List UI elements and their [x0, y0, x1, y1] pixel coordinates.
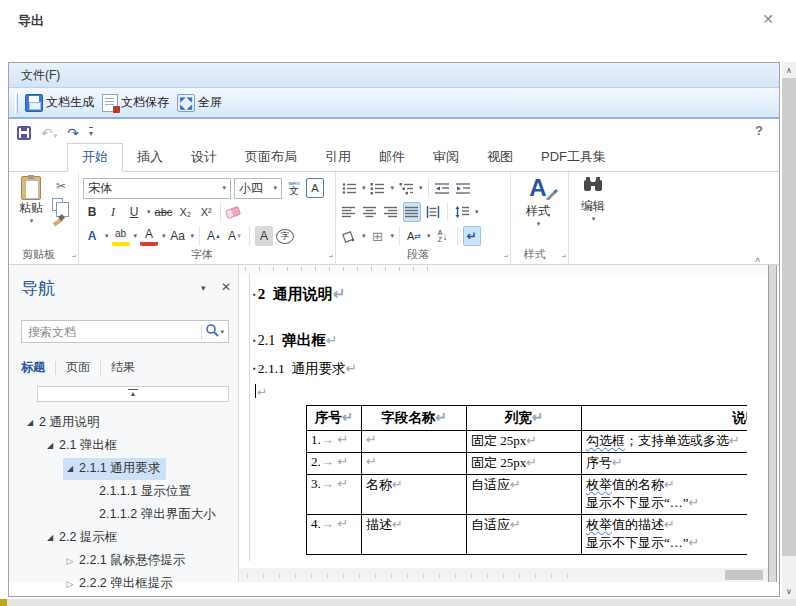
nav-pane-close-icon[interactable]: ✕: [221, 280, 231, 294]
nav-tree-item-5[interactable]: ◢2.2 提示框: [9, 526, 238, 549]
shading-icon[interactable]: [340, 226, 358, 246]
numbering-icon[interactable]: [369, 178, 387, 198]
cut-icon[interactable]: ✂: [52, 176, 70, 196]
nav-tree-item-0[interactable]: ◢2 通用说明: [9, 411, 238, 434]
nav-tab-2[interactable]: 结果: [101, 357, 145, 378]
format-painter-icon[interactable]: [52, 213, 65, 226]
nav-tree-item-4[interactable]: 2.1.1.2 弹出界面大小: [9, 503, 238, 526]
tree-expanded-icon[interactable]: ◢: [23, 418, 37, 427]
redo-icon[interactable]: ↷: [67, 126, 79, 140]
align-center-icon[interactable]: [361, 202, 379, 222]
enclose-characters-icon[interactable]: 字: [276, 229, 294, 244]
asian-layout-icon[interactable]: A⇄: [405, 226, 423, 246]
document-area[interactable]: ▪2 通用说明↵ ▪2.1 弹出框↵ ▪2.1.1 通用要求↵ ↵ 序号↵字段名…: [239, 265, 779, 582]
horizontal-scrollbar-thumb[interactable]: [725, 570, 763, 580]
tree-expanded-icon[interactable]: ◢: [43, 533, 57, 542]
underline-dropdown-icon[interactable]: ▾: [147, 208, 151, 216]
align-left-icon[interactable]: [340, 202, 358, 222]
align-right-icon[interactable]: [382, 202, 400, 222]
sort-icon[interactable]: AZ ↓: [434, 226, 452, 246]
close-icon[interactable]: ✕: [758, 9, 778, 29]
undo-icon[interactable]: ↶▾: [41, 126, 57, 140]
paragraph-dialog-launcher-icon[interactable]: ⌐: [499, 252, 508, 261]
bullets-icon[interactable]: [340, 178, 358, 198]
nav-tab-0[interactable]: 标题: [21, 357, 55, 378]
editing-button[interactable]: 编辑 ▾: [573, 176, 613, 223]
nav-tree-item-3[interactable]: 2.1.1.1 显示位置: [9, 480, 238, 503]
clipboard-dialog-launcher-icon[interactable]: ⌐: [67, 252, 76, 261]
font-color-button[interactable]: A: [140, 226, 158, 246]
nav-tree-item-1[interactable]: ◢2.1 弹出框: [9, 434, 238, 457]
dialog-vertical-scrollbar[interactable]: ∧ ∨: [782, 62, 796, 599]
strikethrough-button[interactable]: abc: [154, 202, 174, 222]
nav-tree-item-7[interactable]: ▷2.2.2 弹出框提示: [9, 572, 238, 595]
styles-dialog-launcher-icon[interactable]: ⌐: [557, 252, 566, 261]
italic-button[interactable]: I: [104, 202, 122, 222]
superscript-button[interactable]: X²: [197, 202, 215, 222]
character-border-icon[interactable]: A: [306, 178, 324, 198]
jump-to-top-button[interactable]: ▲: [37, 386, 229, 402]
doc-save-button[interactable]: 文档保存: [100, 92, 175, 114]
tree-expanded-icon[interactable]: ◢: [63, 464, 77, 473]
cell-desc: 勾选框；支持单选或多选↵: [582, 431, 748, 453]
subscript-button[interactable]: X₂: [176, 202, 194, 222]
distribute-icon[interactable]: [424, 202, 442, 222]
change-case-button[interactable]: Aa: [169, 226, 187, 246]
ribbon-tab-3[interactable]: 页面布局: [231, 144, 311, 171]
font-dialog-launcher-icon[interactable]: ⌐: [324, 252, 333, 261]
increase-indent-icon[interactable]: [455, 178, 473, 198]
font-name-combo[interactable]: 宋体▾: [83, 178, 231, 199]
line-spacing-icon[interactable]: [453, 202, 471, 222]
show-formatting-marks-icon[interactable]: ↵: [463, 226, 481, 246]
bold-button[interactable]: B: [83, 202, 101, 222]
paste-button[interactable]: 粘贴 ▾: [13, 176, 49, 226]
copy-icon[interactable]: [52, 198, 63, 211]
text-effects-button[interactable]: A: [83, 226, 101, 246]
tree-collapsed-icon[interactable]: ▷: [63, 556, 77, 566]
font-size-combo[interactable]: 小四▾: [234, 178, 282, 199]
file-menu[interactable]: 文件(F): [9, 63, 779, 88]
search-input[interactable]: [28, 325, 198, 339]
scroll-down-icon[interactable]: ∨: [782, 583, 796, 599]
nav-search-box[interactable]: ▾: [21, 320, 229, 343]
shrink-font-button[interactable]: A▼: [226, 226, 244, 246]
ribbon-tab-0[interactable]: 开始: [67, 143, 123, 172]
tree-expanded-icon[interactable]: ◢: [43, 441, 57, 450]
document-table[interactable]: 序号↵字段名称↵列宽↵说明↵1.→ ↵↵固定 25px↵勾选框；支持单选或多选↵…: [306, 405, 747, 555]
nav-tree-item-2[interactable]: ◢2.1.1 通用要求: [9, 457, 238, 480]
ribbon-tab-5[interactable]: 邮件: [365, 144, 419, 171]
decrease-indent-icon[interactable]: [434, 178, 452, 198]
highlight-button[interactable]: ab: [112, 226, 130, 246]
scrollbar-thumb[interactable]: [782, 78, 796, 556]
borders-icon[interactable]: ⊞: [369, 226, 387, 246]
nav-tab-1[interactable]: 页面: [56, 357, 100, 378]
fullscreen-button[interactable]: ◤◥ ◣◢ 全屏: [175, 92, 228, 114]
ribbon-tab-1[interactable]: 插入: [123, 144, 177, 171]
styles-button[interactable]: A 样式 ▾: [515, 176, 561, 228]
collapse-ribbon-icon[interactable]: ˄: [755, 255, 760, 265]
horizontal-scrollbar[interactable]: [239, 568, 768, 582]
clear-formatting-icon[interactable]: [225, 205, 241, 218]
grow-font-button[interactable]: A▲: [205, 226, 223, 246]
multilevel-list-icon[interactable]: [397, 178, 415, 198]
nav-tree-item-6[interactable]: ▷2.2.1 鼠标悬停提示: [9, 549, 238, 572]
search-icon[interactable]: [205, 323, 219, 341]
scroll-up-icon[interactable]: ∧: [782, 62, 796, 78]
underline-button[interactable]: U: [125, 202, 143, 222]
ribbon-tab-7[interactable]: 视图: [473, 144, 527, 171]
nav-pane-dropdown-icon[interactable]: ▾: [201, 283, 206, 293]
character-shading-button[interactable]: A: [255, 226, 273, 246]
tree-collapsed-icon[interactable]: ▷: [63, 579, 77, 589]
ribbon-tab-4[interactable]: 引用: [311, 144, 365, 171]
save-icon[interactable]: [17, 126, 31, 140]
qat-customize-icon[interactable]: ▾: [89, 127, 93, 138]
ribbon-tab-6[interactable]: 审阅: [419, 144, 473, 171]
search-dropdown-icon[interactable]: ▾: [220, 328, 224, 336]
ribbon-tab-8[interactable]: PDF工具集: [527, 144, 620, 171]
phonetic-guide-icon[interactable]: wén 文: [285, 178, 303, 198]
help-icon[interactable]: ?: [755, 123, 763, 138]
ribbon-tab-2[interactable]: 设计: [177, 144, 231, 171]
tree-item-label: 2.1.1.2 弹出界面大小: [97, 504, 222, 526]
justify-icon[interactable]: [403, 202, 421, 222]
doc-generate-button[interactable]: 文档生成: [23, 92, 100, 114]
